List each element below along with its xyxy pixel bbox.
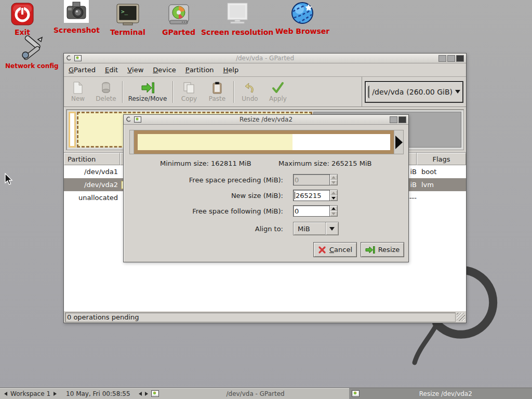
paste-button[interactable]: Paste bbox=[203, 78, 231, 105]
task-button-gparted[interactable]: /dev/vda - GParted bbox=[162, 388, 349, 399]
free-space-preceding-field: 0 bbox=[293, 174, 338, 185]
workspace-pager: Workspace 1 bbox=[0, 390, 61, 397]
gparted-disk-icon bbox=[167, 2, 191, 26]
maximize-button[interactable] bbox=[390, 116, 397, 123]
undo-icon bbox=[244, 82, 256, 94]
taskbar: Workspace 1 10 May, Fri 00:58:55 /dev/vd… bbox=[0, 388, 532, 399]
free-space-preceding-label: Free space preceding (MiB): bbox=[189, 176, 283, 184]
device-selector-area: /dev/vda (260.00 GiB) bbox=[362, 77, 466, 107]
task-button-resize-dialog[interactable]: Resize /dev/vda2 bbox=[349, 388, 532, 399]
free-space-following-label: Free space following (MiB): bbox=[192, 207, 283, 215]
desktop-icon-web-browser[interactable]: Web Browser bbox=[275, 1, 329, 35]
desktop-icon-gparted[interactable]: GParted bbox=[162, 2, 195, 36]
desktop-icon-terminal[interactable]: >_ Terminal bbox=[110, 2, 145, 36]
desktop-icon-screenshot[interactable]: Screenshot bbox=[54, 0, 100, 34]
menu-device[interactable]: Device bbox=[148, 63, 180, 76]
align-to-dropdown[interactable]: MiB bbox=[293, 222, 339, 235]
gparted-app-icon bbox=[74, 55, 82, 61]
desktop-icon-label: Screen resolution bbox=[201, 28, 273, 36]
toolbar-separator bbox=[122, 81, 123, 103]
prev-workspace-icon[interactable] bbox=[4, 392, 7, 396]
new-size-label: New size (MiB): bbox=[231, 192, 283, 200]
close-button[interactable] bbox=[398, 116, 406, 123]
apply-check-icon bbox=[272, 82, 284, 94]
resize-slider[interactable] bbox=[129, 130, 404, 154]
spin-up-button[interactable] bbox=[330, 175, 337, 180]
desktop-icon-exit[interactable]: Exit bbox=[10, 2, 34, 36]
clock: 10 May, Fri 00:58:55 bbox=[61, 390, 136, 397]
left-resize-handle[interactable] bbox=[130, 130, 134, 154]
column-header-flags[interactable]: Flags bbox=[417, 153, 466, 165]
menu-edit[interactable]: Edit bbox=[100, 63, 123, 76]
new-size-row: New size (MiB): 265215 bbox=[124, 190, 408, 201]
toolbar-separator bbox=[172, 81, 173, 103]
cancel-x-icon bbox=[318, 246, 326, 254]
new-button[interactable]: New bbox=[64, 78, 92, 105]
flags-cell: lvm bbox=[417, 181, 466, 189]
resize-dialog: Resize /dev/vda2 Minimum size: 162811 Mi… bbox=[123, 114, 409, 262]
next-task-icon[interactable] bbox=[145, 392, 148, 396]
resize-move-button[interactable]: Resize/Move bbox=[125, 78, 170, 105]
resize-button[interactable]: Resize bbox=[361, 242, 404, 257]
copy-button[interactable]: Copy bbox=[175, 78, 203, 105]
menubar: GParted Edit View Device Partition Help bbox=[64, 63, 466, 77]
desktop-icon-screen-resolution[interactable]: Screen resolution bbox=[201, 2, 273, 36]
undo-button[interactable]: Undo bbox=[236, 78, 264, 105]
mouse-cursor bbox=[4, 173, 14, 185]
free-space-following-row: Free space following (MiB): 0 bbox=[124, 205, 408, 217]
spin-up-button[interactable] bbox=[330, 206, 337, 211]
resize-grip[interactable] bbox=[457, 313, 465, 321]
close-button[interactable] bbox=[456, 55, 464, 62]
new-size-field: 265215 bbox=[293, 190, 338, 201]
device-path: /dev/vda bbox=[372, 88, 404, 96]
pending-operations-status: 0 operations pending bbox=[65, 312, 456, 322]
desktop-icon-label: Terminal bbox=[110, 28, 145, 36]
power-icon bbox=[10, 2, 34, 26]
window-title: /dev/vda - GParted bbox=[64, 55, 466, 62]
desktop-icon-label: GParted bbox=[162, 28, 195, 36]
disk-icon bbox=[368, 85, 369, 99]
resize-move-icon bbox=[141, 82, 154, 94]
iconbox bbox=[136, 390, 162, 397]
spin-down-button[interactable] bbox=[330, 195, 337, 201]
menu-partition[interactable]: Partition bbox=[181, 63, 219, 76]
align-to-value: MiB bbox=[298, 225, 310, 233]
resize-slider-used bbox=[138, 134, 292, 150]
menu-gparted[interactable]: GParted bbox=[64, 63, 100, 76]
gparted-titlebar[interactable]: /dev/vda - GParted bbox=[64, 54, 466, 63]
dialog-titlebar[interactable]: Resize /dev/vda2 bbox=[124, 115, 408, 125]
right-resize-handle[interactable] bbox=[394, 130, 403, 154]
chevron-down-icon bbox=[329, 227, 335, 231]
device-selector[interactable]: /dev/vda (260.00 GiB) bbox=[365, 81, 463, 103]
prev-task-icon[interactable] bbox=[139, 392, 142, 396]
tools-icon bbox=[18, 36, 45, 60]
spin-up-button[interactable] bbox=[330, 190, 337, 195]
apply-button[interactable]: Apply bbox=[264, 78, 292, 105]
new-size-input[interactable]: 265215 bbox=[293, 190, 330, 201]
menu-help[interactable]: Help bbox=[219, 63, 244, 76]
dialog-buttons: Cancel Resize bbox=[124, 242, 408, 257]
spin-down-button[interactable] bbox=[330, 211, 337, 216]
cancel-button[interactable]: Cancel bbox=[313, 242, 357, 257]
desktop-icon-network-config[interactable]: Network config bbox=[5, 36, 59, 70]
delete-button[interactable]: Delete bbox=[92, 78, 120, 105]
status-bar: 0 operations pending bbox=[64, 311, 466, 323]
maximize-button[interactable] bbox=[447, 55, 455, 62]
free-space-following-input[interactable]: 0 bbox=[293, 205, 330, 217]
new-partition-icon bbox=[72, 82, 84, 94]
debian-swirl-icon bbox=[66, 55, 72, 61]
paste-icon bbox=[212, 82, 222, 94]
next-workspace-icon[interactable] bbox=[54, 392, 57, 396]
chevron-down-icon bbox=[455, 90, 460, 94]
minimize-button[interactable] bbox=[438, 55, 446, 62]
toolbar: New Delete Resize/Move Copy Paste Undo A… bbox=[64, 77, 466, 107]
copy-icon bbox=[183, 82, 195, 94]
disk-visual-vda1[interactable] bbox=[69, 112, 76, 148]
align-to-label: Align to: bbox=[255, 225, 283, 233]
menu-view[interactable]: View bbox=[123, 63, 148, 76]
spin-down-button[interactable] bbox=[330, 180, 337, 185]
delete-icon bbox=[101, 82, 111, 94]
column-header-partition[interactable]: Partition bbox=[64, 153, 120, 165]
svg-text:>_: >_ bbox=[121, 8, 128, 15]
free-space-preceding-input[interactable]: 0 bbox=[293, 174, 330, 185]
